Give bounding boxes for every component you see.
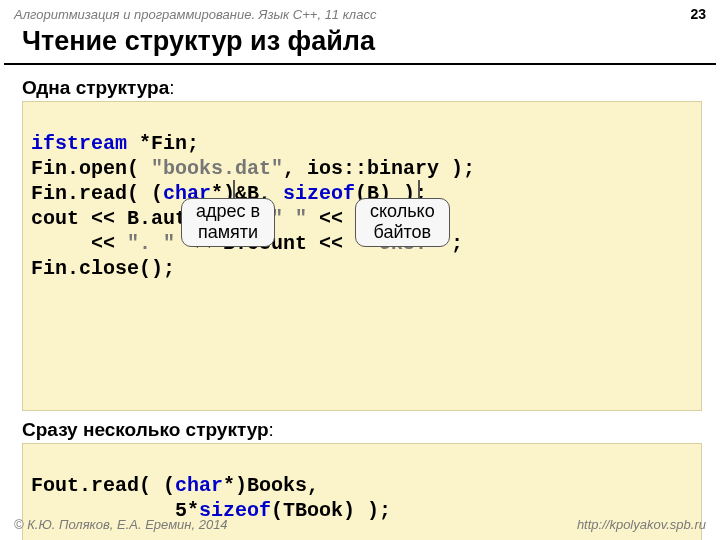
page-title: Чтение структур из файла [4, 24, 716, 65]
kw-char-2: char [175, 474, 223, 497]
kw-ifstream: ifstream [31, 132, 127, 155]
kw-sizeof: sizeof [283, 182, 355, 205]
content: Одна структура: ifstream *Fin; Fin.open(… [0, 65, 720, 540]
section2-colon: : [269, 419, 274, 440]
section1-heading-bold: Одна структура [22, 77, 169, 98]
footer-url: http://kpolyakov.spb.ru [577, 517, 706, 532]
course-label: Алгоритмизация и программирование. Язык … [14, 7, 376, 22]
section2-heading-bold: Сразу несколько структур [22, 419, 269, 440]
copyright: © К.Ю. Поляков, Е.А. Еремин, 2014 [14, 517, 228, 532]
section1-colon: : [169, 77, 174, 98]
header-bar: Алгоритмизация и программирование. Язык … [0, 0, 720, 24]
code-block-1: ifstream *Fin; Fin.open( "books.dat", io… [22, 101, 702, 411]
section2-heading: Сразу несколько структур: [22, 419, 702, 441]
connector-2 [418, 180, 420, 200]
page-number: 23 [690, 6, 706, 22]
section1-heading: Одна структура: [22, 77, 702, 99]
connector-1 [233, 180, 235, 200]
callout1-line2: памяти [196, 222, 260, 243]
callout-address: адрес в памяти [181, 198, 275, 247]
callout1-line1: адрес в [196, 201, 260, 222]
callout-bytes: сколько байтов [355, 198, 450, 247]
callout2-line2: байтов [370, 222, 435, 243]
callout2-line1: сколько [370, 201, 435, 222]
footer: © К.Ю. Поляков, Е.А. Еремин, 2014 http:/… [0, 517, 720, 532]
